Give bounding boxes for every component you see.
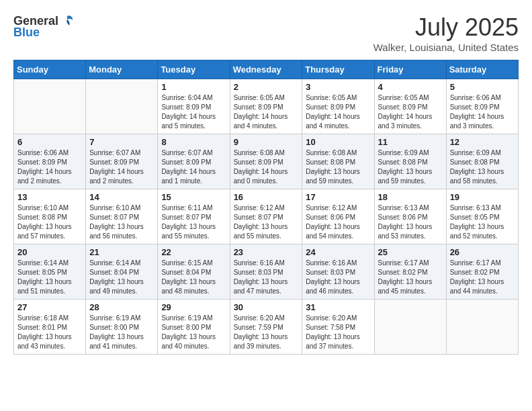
day-number: 9	[234, 137, 299, 147]
logo: General Blue	[13, 13, 75, 40]
day-number: 12	[450, 137, 515, 147]
cell-info: Sunrise: 6:09 AM Sunset: 8:08 PM Dayligh…	[450, 148, 515, 186]
cell-info: Sunrise: 6:12 AM Sunset: 8:07 PM Dayligh…	[234, 203, 299, 241]
calendar-cell: 13Sunrise: 6:10 AM Sunset: 8:08 PM Dayli…	[14, 189, 86, 244]
calendar-cell: 11Sunrise: 6:09 AM Sunset: 8:08 PM Dayli…	[374, 134, 446, 189]
weekday-header: Saturday	[446, 60, 518, 79]
calendar-week-row: 6Sunrise: 6:06 AM Sunset: 8:09 PM Daylig…	[14, 134, 519, 189]
cell-info: Sunrise: 6:17 AM Sunset: 8:02 PM Dayligh…	[378, 259, 443, 296]
day-number: 24	[306, 247, 370, 257]
calendar-cell: 2Sunrise: 6:05 AM Sunset: 8:09 PM Daylig…	[230, 79, 302, 134]
calendar-cell	[14, 79, 86, 134]
cell-info: Sunrise: 6:18 AM Sunset: 8:01 PM Dayligh…	[17, 314, 82, 351]
calendar-cell: 30Sunrise: 6:20 AM Sunset: 7:59 PM Dayli…	[230, 300, 302, 355]
calendar-cell: 9Sunrise: 6:08 AM Sunset: 8:09 PM Daylig…	[230, 134, 302, 189]
calendar-cell: 7Sunrise: 6:07 AM Sunset: 8:09 PM Daylig…	[86, 134, 158, 189]
cell-info: Sunrise: 6:04 AM Sunset: 8:09 PM Dayligh…	[161, 93, 226, 131]
calendar-cell: 27Sunrise: 6:18 AM Sunset: 8:01 PM Dayli…	[14, 300, 86, 355]
calendar-week-row: 20Sunrise: 6:14 AM Sunset: 8:05 PM Dayli…	[14, 244, 519, 300]
calendar-week-row: 1Sunrise: 6:04 AM Sunset: 8:09 PM Daylig…	[14, 79, 519, 134]
cell-info: Sunrise: 6:19 AM Sunset: 8:00 PM Dayligh…	[89, 314, 154, 351]
calendar-cell: 8Sunrise: 6:07 AM Sunset: 8:09 PM Daylig…	[158, 134, 230, 189]
calendar-cell: 25Sunrise: 6:17 AM Sunset: 8:02 PM Dayli…	[374, 244, 446, 300]
day-number: 5	[450, 82, 515, 92]
cell-info: Sunrise: 6:14 AM Sunset: 8:04 PM Dayligh…	[89, 259, 154, 296]
cell-info: Sunrise: 6:14 AM Sunset: 8:05 PM Dayligh…	[17, 259, 82, 296]
cell-info: Sunrise: 6:15 AM Sunset: 8:04 PM Dayligh…	[161, 259, 226, 296]
calendar-cell: 31Sunrise: 6:20 AM Sunset: 7:58 PM Dayli…	[302, 300, 374, 355]
day-number: 27	[17, 302, 82, 312]
calendar-cell: 14Sunrise: 6:10 AM Sunset: 8:07 PM Dayli…	[86, 189, 158, 244]
day-number: 10	[306, 137, 370, 147]
cell-info: Sunrise: 6:08 AM Sunset: 8:09 PM Dayligh…	[234, 148, 299, 186]
day-number: 21	[89, 247, 154, 257]
cell-info: Sunrise: 6:17 AM Sunset: 8:02 PM Dayligh…	[450, 259, 515, 296]
day-number: 18	[378, 192, 443, 202]
day-number: 23	[234, 247, 299, 257]
title-block: July 2025 Walker, Louisiana, United Stat…	[373, 13, 519, 53]
day-number: 30	[234, 302, 299, 312]
day-number: 28	[89, 302, 154, 312]
calendar-cell: 26Sunrise: 6:17 AM Sunset: 8:02 PM Dayli…	[446, 244, 518, 300]
cell-info: Sunrise: 6:05 AM Sunset: 8:09 PM Dayligh…	[306, 93, 370, 131]
weekday-header: Monday	[86, 60, 158, 79]
calendar-cell: 24Sunrise: 6:16 AM Sunset: 8:03 PM Dayli…	[302, 244, 374, 300]
calendar-cell: 19Sunrise: 6:13 AM Sunset: 8:05 PM Dayli…	[446, 189, 518, 244]
weekday-header: Friday	[374, 60, 446, 79]
day-number: 7	[89, 137, 154, 147]
day-number: 6	[17, 137, 82, 147]
weekday-header: Thursday	[302, 60, 374, 79]
cell-info: Sunrise: 6:07 AM Sunset: 8:09 PM Dayligh…	[161, 148, 226, 186]
day-number: 19	[450, 192, 515, 202]
calendar-week-row: 13Sunrise: 6:10 AM Sunset: 8:08 PM Dayli…	[14, 189, 519, 244]
cell-info: Sunrise: 6:12 AM Sunset: 8:06 PM Dayligh…	[306, 203, 370, 241]
day-number: 16	[234, 192, 299, 202]
calendar-cell: 3Sunrise: 6:05 AM Sunset: 8:09 PM Daylig…	[302, 79, 374, 134]
cell-info: Sunrise: 6:19 AM Sunset: 8:00 PM Dayligh…	[161, 314, 226, 351]
calendar-cell: 16Sunrise: 6:12 AM Sunset: 8:07 PM Dayli…	[230, 189, 302, 244]
day-number: 22	[161, 247, 226, 257]
cell-info: Sunrise: 6:13 AM Sunset: 8:06 PM Dayligh…	[378, 203, 443, 241]
day-number: 25	[378, 247, 443, 257]
day-number: 14	[89, 192, 154, 202]
cell-info: Sunrise: 6:07 AM Sunset: 8:09 PM Dayligh…	[89, 148, 154, 186]
calendar-header-row: SundayMondayTuesdayWednesdayThursdayFrid…	[14, 60, 519, 79]
logo-bird-icon	[60, 13, 75, 28]
day-number: 17	[306, 192, 370, 202]
calendar-cell	[374, 300, 446, 355]
calendar-cell	[446, 300, 518, 355]
calendar-cell: 20Sunrise: 6:14 AM Sunset: 8:05 PM Dayli…	[14, 244, 86, 300]
day-number: 26	[450, 247, 515, 257]
calendar-cell: 12Sunrise: 6:09 AM Sunset: 8:08 PM Dayli…	[446, 134, 518, 189]
logo-blue: Blue	[13, 26, 40, 40]
day-number: 13	[17, 192, 82, 202]
calendar-cell: 21Sunrise: 6:14 AM Sunset: 8:04 PM Dayli…	[86, 244, 158, 300]
day-number: 8	[161, 137, 226, 147]
calendar-cell: 6Sunrise: 6:06 AM Sunset: 8:09 PM Daylig…	[14, 134, 86, 189]
month-title: July 2025	[373, 13, 519, 42]
cell-info: Sunrise: 6:16 AM Sunset: 8:03 PM Dayligh…	[306, 259, 370, 296]
day-number: 31	[306, 302, 370, 312]
calendar-cell: 17Sunrise: 6:12 AM Sunset: 8:06 PM Dayli…	[302, 189, 374, 244]
cell-info: Sunrise: 6:20 AM Sunset: 7:58 PM Dayligh…	[306, 314, 370, 351]
calendar-cell: 10Sunrise: 6:08 AM Sunset: 8:08 PM Dayli…	[302, 134, 374, 189]
weekday-header: Tuesday	[158, 60, 230, 79]
cell-info: Sunrise: 6:16 AM Sunset: 8:03 PM Dayligh…	[234, 259, 299, 296]
calendar-cell: 29Sunrise: 6:19 AM Sunset: 8:00 PM Dayli…	[158, 300, 230, 355]
weekday-header: Wednesday	[230, 60, 302, 79]
calendar-cell: 18Sunrise: 6:13 AM Sunset: 8:06 PM Dayli…	[374, 189, 446, 244]
calendar-cell: 22Sunrise: 6:15 AM Sunset: 8:04 PM Dayli…	[158, 244, 230, 300]
calendar-cell: 5Sunrise: 6:06 AM Sunset: 8:09 PM Daylig…	[446, 79, 518, 134]
calendar-cell: 15Sunrise: 6:11 AM Sunset: 8:07 PM Dayli…	[158, 189, 230, 244]
cell-info: Sunrise: 6:08 AM Sunset: 8:08 PM Dayligh…	[306, 148, 370, 186]
day-number: 29	[161, 302, 226, 312]
calendar-cell	[86, 79, 158, 134]
page-header: General Blue July 2025 Walker, Louisiana…	[13, 13, 519, 53]
calendar-cell: 1Sunrise: 6:04 AM Sunset: 8:09 PM Daylig…	[158, 79, 230, 134]
cell-info: Sunrise: 6:20 AM Sunset: 7:59 PM Dayligh…	[234, 314, 299, 351]
day-number: 4	[378, 82, 443, 92]
cell-info: Sunrise: 6:05 AM Sunset: 8:09 PM Dayligh…	[378, 93, 443, 131]
day-number: 11	[378, 137, 443, 147]
calendar-table: SundayMondayTuesdayWednesdayThursdayFrid…	[13, 60, 519, 355]
cell-info: Sunrise: 6:10 AM Sunset: 8:08 PM Dayligh…	[17, 203, 82, 241]
